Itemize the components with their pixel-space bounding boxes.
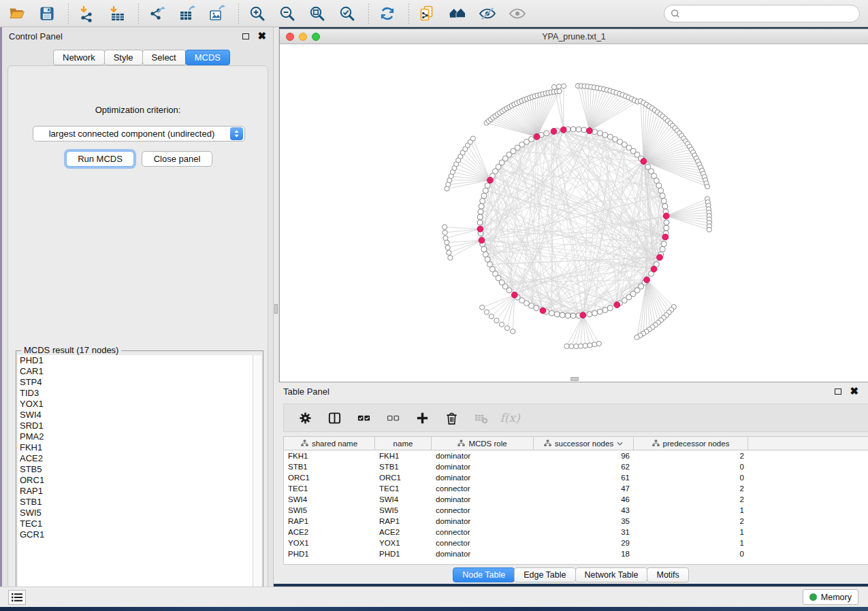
table-row[interactable]: SWI4SWI4dominator462 — [284, 494, 868, 505]
cell-predecessor-nodes[interactable]: 2 — [634, 517, 748, 525]
mcds-result-item[interactable]: TID3 — [18, 388, 253, 399]
cell-name[interactable]: SWI5 — [375, 506, 432, 514]
mcds-result-item[interactable]: SRD1 — [18, 420, 253, 431]
tab-style[interactable]: Style — [104, 50, 143, 65]
delete-column-icon[interactable] — [440, 408, 463, 428]
mcds-result-item[interactable]: STB5 — [18, 464, 253, 475]
column-header-predecessor-nodes[interactable]: predecessor nodes — [634, 437, 748, 450]
tab-network-table[interactable]: Network Table — [575, 567, 648, 582]
cell-predecessor-nodes[interactable]: 0 — [634, 550, 748, 558]
tab-network[interactable]: Network — [53, 50, 105, 65]
column-layout-icon[interactable] — [323, 408, 346, 428]
column-header-successor-nodes[interactable]: successor nodes — [534, 437, 634, 450]
select-all-icon[interactable] — [352, 408, 375, 428]
zoom-out-icon[interactable] — [277, 3, 298, 24]
mcds-result-item[interactable]: RAP1 — [18, 486, 253, 497]
import-network-icon[interactable] — [77, 3, 97, 24]
vertical-divider-thumb[interactable] — [274, 304, 278, 314]
column-header-name[interactable]: name — [375, 437, 432, 450]
cell-name[interactable]: PHD1 — [375, 550, 432, 558]
cell-name[interactable]: RAP1 — [375, 517, 432, 525]
cell-successor-nodes[interactable]: 61 — [534, 474, 634, 482]
zoom-selected-icon[interactable] — [337, 3, 357, 24]
mcds-result-item[interactable]: FKH1 — [18, 442, 253, 453]
cell-mcds-role[interactable]: dominator — [432, 463, 534, 471]
mcds-result-item[interactable]: TEC1 — [18, 518, 253, 529]
cell-name[interactable]: ORC1 — [375, 474, 432, 482]
table-row[interactable]: FKH1FKH1dominator962 — [284, 450, 868, 461]
cell-mcds-role[interactable]: dominator — [432, 495, 534, 503]
cell-predecessor-nodes[interactable]: 1 — [634, 506, 748, 514]
vertical-split-divider[interactable] — [274, 27, 279, 382]
cell-predecessor-nodes[interactable]: 2 — [634, 452, 748, 460]
close-table-panel-icon[interactable]: ✖ — [850, 388, 858, 395]
cell-shared-name[interactable]: TEC1 — [284, 484, 375, 493]
cell-name[interactable]: STB1 — [375, 463, 432, 471]
import-table-icon[interactable] — [107, 3, 127, 24]
cell-predecessor-nodes[interactable]: 1 — [634, 539, 748, 547]
mcds-result-item[interactable]: PHD1 — [18, 355, 253, 366]
table-row[interactable]: STB1STB1dominator620 — [284, 461, 868, 472]
cell-predecessor-nodes[interactable]: 1 — [634, 528, 748, 536]
export-image-icon[interactable] — [207, 3, 227, 24]
mcds-result-item[interactable]: YOX1 — [18, 399, 253, 410]
cell-shared-name[interactable]: FKH1 — [284, 452, 375, 460]
cell-successor-nodes[interactable]: 47 — [534, 484, 634, 493]
cell-successor-nodes[interactable]: 35 — [534, 517, 634, 525]
column-header-shared-name[interactable]: shared name — [284, 437, 375, 450]
table-row[interactable]: YOX1YOX1connector291 — [284, 538, 868, 548]
hide-selected-eye-icon[interactable] — [477, 3, 498, 24]
cell-successor-nodes[interactable]: 29 — [534, 539, 634, 547]
column-header-MCDS-role[interactable]: MCDS role — [432, 437, 534, 450]
cell-name[interactable]: FKH1 — [375, 452, 432, 460]
mcds-result-item[interactable]: ACE2 — [18, 453, 253, 464]
cell-name[interactable]: SWI4 — [375, 495, 432, 503]
mcds-result-item[interactable]: STP4 — [18, 377, 253, 388]
home-icon[interactable] — [447, 3, 468, 24]
cell-successor-nodes[interactable]: 43 — [534, 506, 634, 514]
mcds-result-item[interactable]: PMA2 — [18, 431, 253, 442]
zoom-in-icon[interactable] — [247, 3, 268, 24]
cell-shared-name[interactable]: RAP1 — [284, 517, 375, 525]
cell-predecessor-nodes[interactable]: 2 — [634, 484, 748, 493]
criterion-select[interactable]: largest connected component (undirected) — [33, 126, 245, 142]
tab-edge-table[interactable]: Edge Table — [514, 567, 575, 582]
network-canvas[interactable] — [280, 44, 867, 382]
network-window-titlebar[interactable]: YPA_prune.txt_1 — [280, 29, 868, 44]
search-input[interactable] — [684, 9, 854, 19]
close-panel-button[interactable]: Close panel — [142, 151, 212, 167]
cell-mcds-role[interactable]: connector — [432, 484, 534, 493]
cell-mcds-role[interactable]: connector — [432, 539, 534, 547]
cell-successor-nodes[interactable]: 96 — [534, 452, 634, 460]
cell-shared-name[interactable]: SWI5 — [284, 506, 375, 514]
cell-mcds-role[interactable]: dominator — [432, 550, 534, 558]
table-row[interactable]: PHD1PHD1dominator180 — [284, 548, 868, 559]
cell-mcds-role[interactable]: dominator — [432, 452, 534, 460]
open-file-icon[interactable] — [7, 3, 27, 24]
cell-successor-nodes[interactable]: 31 — [534, 528, 634, 536]
attribute-settings-icon[interactable] — [293, 408, 317, 428]
cell-shared-name[interactable]: ORC1 — [284, 474, 375, 482]
cell-mcds-role[interactable]: connector — [432, 528, 534, 536]
search-box[interactable] — [664, 5, 860, 22]
export-table-icon[interactable] — [177, 3, 197, 24]
float-table-panel-icon[interactable] — [835, 389, 841, 395]
cell-shared-name[interactable]: PHD1 — [284, 550, 375, 558]
save-session-icon[interactable] — [37, 3, 57, 24]
tab-node-table[interactable]: Node Table — [453, 567, 515, 582]
tab-select[interactable]: Select — [142, 50, 186, 65]
cell-predecessor-nodes[interactable]: 0 — [634, 463, 748, 471]
cell-shared-name[interactable]: STB1 — [284, 463, 375, 471]
cell-mcds-role[interactable]: dominator — [432, 474, 534, 482]
mcds-result-item[interactable]: ORC1 — [18, 475, 253, 486]
memory-button[interactable]: Memory — [803, 589, 858, 605]
mcds-result-item[interactable]: SWI4 — [18, 410, 253, 420]
cell-mcds-role[interactable]: connector — [432, 506, 534, 514]
cell-name[interactable]: YOX1 — [375, 539, 432, 547]
cell-shared-name[interactable]: SWI4 — [284, 495, 375, 503]
cell-predecessor-nodes[interactable]: 2 — [634, 495, 748, 503]
table-row[interactable]: RAP1RAP1dominator352 — [284, 516, 868, 527]
export-network-icon[interactable] — [147, 3, 167, 24]
mcds-result-item[interactable]: GCR1 — [18, 529, 253, 540]
table-row[interactable]: SWI5SWI5connector431 — [284, 505, 868, 516]
